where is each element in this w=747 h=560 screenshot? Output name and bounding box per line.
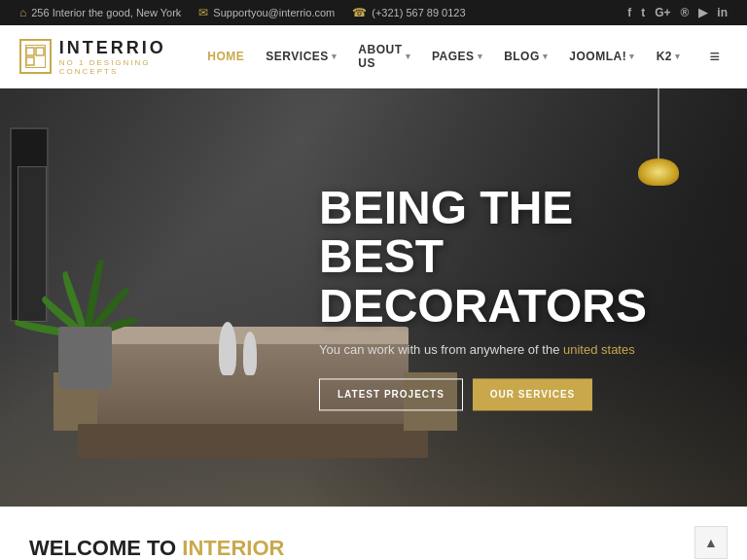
phone-text: (+321) 567 89 0123 (372, 7, 465, 18)
welcome-prefix: WELCOME TO (29, 536, 176, 560)
email-icon: ✉ (198, 6, 208, 19)
welcome-section: WELCOME TO INTERIOR ▲ (0, 507, 747, 560)
nav-about[interactable]: ABOUT US ▾ (348, 37, 420, 76)
chevron-down-icon: ▾ (543, 52, 549, 61)
email-item[interactable]: ✉ Supportyou@interrio.com (198, 6, 335, 19)
logo-icon (19, 39, 52, 74)
nav-k2[interactable]: K2 ▾ (647, 44, 691, 69)
hero-vase-short (243, 332, 257, 375)
hero-vase-tall (219, 322, 236, 375)
nav-blog[interactable]: BLOG ▾ (494, 44, 557, 69)
hero-content: BEING THE BEST DECORATORS You can work w… (319, 184, 689, 410)
top-bar: ⌂ 256 Interior the good, New York ✉ Supp… (0, 0, 747, 25)
logo-subtitle: NO 1 DESIGNING CONCEPTS (59, 58, 198, 76)
logo[interactable]: INTERRIO NO 1 DESIGNING CONCEPTS (19, 38, 197, 76)
svg-rect-0 (26, 48, 34, 55)
chevron-down-icon: ▾ (675, 52, 681, 61)
svg-rect-2 (26, 57, 34, 65)
header: INTERRIO NO 1 DESIGNING CONCEPTS HOME SE… (0, 25, 747, 88)
nav-about-label: ABOUT US (358, 43, 402, 70)
chevron-down-icon: ▾ (406, 52, 411, 61)
nav-k2-label: K2 (657, 50, 672, 63)
hero-title-line2: DECORATORS (319, 280, 647, 332)
chevron-down-icon: ▾ (478, 52, 483, 61)
logo-text: INTERRIO NO 1 DESIGNING CONCEPTS (59, 38, 198, 76)
nav-blog-label: BLOG (504, 50, 540, 63)
hero-pendant-light (658, 88, 659, 186)
top-bar-left: ⌂ 256 Interior the good, New York ✉ Supp… (19, 6, 466, 19)
nav-pages-label: PAGES (432, 50, 475, 63)
hero-plant-pot (58, 327, 112, 390)
social-youtube[interactable]: ▶ (698, 6, 707, 19)
nav-home-label: HOME (207, 50, 244, 63)
main-nav: HOME SERVICES ▾ ABOUT US ▾ PAGES ▾ BLOG … (197, 37, 728, 76)
social-links: f t G+ ® ▶ in (627, 6, 728, 19)
nav-pages[interactable]: PAGES ▾ (422, 44, 492, 69)
nav-home[interactable]: HOME (197, 44, 254, 69)
phone-item: ☎ (+321) 567 89 0123 (352, 6, 465, 19)
hero-section: BEING THE BEST DECORATORS You can work w… (0, 88, 747, 507)
latest-projects-button[interactable]: LATEST PROJECTS (319, 379, 463, 411)
welcome-highlight: INTERIOR (182, 536, 284, 560)
address-item: ⌂ 256 Interior the good, New York (19, 6, 181, 19)
email-text: Supportyou@interrio.com (213, 7, 335, 18)
social-googleplus[interactable]: G+ (655, 6, 670, 19)
hero-plant-leaves (29, 220, 141, 336)
hero-subtitle: You can work with us from anywhere of th… (319, 343, 689, 358)
chevron-down-icon: ▾ (629, 52, 635, 61)
chevron-down-icon: ▾ (332, 52, 338, 61)
social-linkedin[interactable]: in (717, 6, 728, 19)
hero-buttons: LATEST PROJECTS OUR SERVICES (319, 379, 689, 411)
social-pinterest[interactable]: ® (680, 6, 689, 19)
social-facebook[interactable]: f (627, 6, 631, 19)
logo-title: INTERRIO (59, 38, 198, 58)
social-twitter[interactable]: t (641, 6, 645, 19)
nav-services-label: SERVICES (266, 50, 328, 63)
welcome-title: WELCOME TO INTERIOR (29, 536, 718, 560)
address-icon: ⌂ (19, 6, 26, 19)
nav-joomla-label: JOOMLA! (569, 50, 626, 63)
svg-rect-1 (36, 48, 44, 55)
hero-subtitle-link[interactable]: united states (563, 343, 635, 358)
nav-services[interactable]: SERVICES ▾ (256, 44, 346, 69)
hero-title: BEING THE BEST DECORATORS (319, 184, 689, 331)
address-text: 256 Interior the good, New York (31, 7, 181, 18)
hamburger-button[interactable]: ≡ (701, 43, 728, 71)
hero-title-line1: BEING THE BEST (319, 182, 573, 282)
hero-subtitle-text: You can work with us from anywhere of th… (319, 343, 559, 358)
nav-joomla[interactable]: JOOMLA! ▾ (559, 44, 644, 69)
phone-icon: ☎ (352, 6, 367, 19)
logo-svg (25, 47, 45, 66)
scroll-to-top-button[interactable]: ▲ (694, 526, 728, 559)
our-services-button[interactable]: OUR SERVICES (473, 379, 592, 411)
